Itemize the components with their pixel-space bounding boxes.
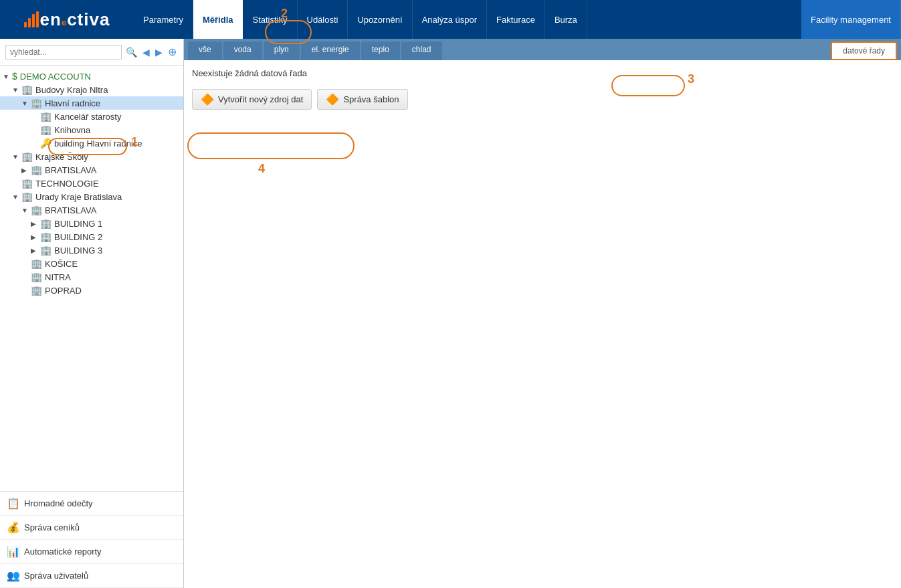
tab-teplo[interactable]: teplo [361, 41, 400, 60]
tree-item-building3[interactable]: ▶ 🏢 BUILDING 3 [0, 243, 183, 257]
logo-text: enectiva [40, 9, 110, 30]
label-bratislava2: BRATISLAVA [45, 205, 96, 215]
tree-item-budovy[interactable]: ▼ 🏢 Budovy Krajo Nltra [0, 83, 183, 96]
vytvorit-icon: 🔶 [201, 93, 214, 106]
icon-bratislava2: 🏢 [31, 205, 42, 215]
add-icon[interactable]: ⊕ [167, 44, 178, 60]
icon-knihovna: 🏢 [40, 124, 52, 135]
icon-poprad: 🏢 [31, 285, 42, 296]
bar3 [32, 14, 35, 27]
search-input[interactable] [5, 45, 122, 60]
tree-item-building-hlavni[interactable]: 🔑 building Hlavní radnice [0, 136, 183, 150]
main-layout: 🔍 ◀ ▶ ⊕ ▼ $ DEMO ACCOUTN ▼ 🏢 Budovy Kraj… [0, 39, 901, 588]
label-nitra: NITRA [45, 272, 71, 282]
content-main: Neexistuje žádná datová řada 🔶 Vytvořit … [184, 60, 901, 588]
tree-item-urady[interactable]: ▼ 🏢 Urady Kraje Bratislava [0, 190, 183, 203]
tree-item-kosice[interactable]: 🏢 KOŠICE [0, 257, 183, 270]
label-kancelar: Kancelář starosty [54, 112, 121, 122]
tab-vse[interactable]: vše [188, 41, 222, 60]
icon-building2: 🏢 [40, 231, 52, 242]
arrow-demo: ▼ [3, 73, 12, 80]
tab-voda[interactable]: voda [223, 41, 262, 60]
icon-building3: 🏢 [40, 245, 52, 256]
tree-item-bratislava2[interactable]: ▼ 🏢 BRATISLAVA [0, 203, 183, 217]
tab-chlad[interactable]: chlad [401, 41, 442, 60]
icon-bratislava1: 🏢 [31, 165, 42, 175]
sprava-button[interactable]: 🔶 Správa šablon [317, 89, 407, 110]
content-area: vše voda plyn el. energie teplo chlad da… [184, 39, 901, 588]
icon-krajske: 🏢 [21, 151, 33, 162]
sidebar-cenik[interactable]: 💰 Správa ceníků [0, 516, 183, 540]
icon-hlavni: 🏢 [31, 98, 42, 108]
tab-el-energie[interactable]: el. energie [301, 41, 360, 60]
nav-meridla[interactable]: Měřidla [193, 0, 243, 39]
icon-technologie: 🏢 [21, 178, 33, 189]
tree-item-demo[interactable]: ▼ $ DEMO ACCOUTN [0, 70, 183, 83]
label-building3: BUILDING 3 [54, 246, 102, 256]
tree-item-building1[interactable]: ▶ 🏢 BUILDING 1 [0, 217, 183, 230]
tree-item-nitra[interactable]: 🏢 NITRA [0, 270, 183, 284]
vytvorit-button[interactable]: 🔶 Vytvořit nový zdroj dat [192, 89, 312, 110]
icon-demo: $ [12, 71, 17, 82]
sidebar-hromadne[interactable]: 📋 Hromadné odečty [0, 492, 183, 516]
label-technologie: TECHNOLOGIE [35, 179, 99, 189]
nav-facility[interactable]: Facility management [801, 0, 901, 39]
label-poprad: POPRAD [45, 286, 82, 296]
arrow-budovy: ▼ [12, 86, 21, 94]
nav-statistiky[interactable]: Statistiky [243, 0, 297, 39]
sidebar: 🔍 ◀ ▶ ⊕ ▼ $ DEMO ACCOUTN ▼ 🏢 Budovy Kraj… [0, 39, 184, 588]
arrow-bratislava1: ▶ [21, 167, 31, 174]
nav-burza[interactable]: Burza [545, 0, 587, 39]
label-knihovna: Knihovna [54, 125, 90, 135]
nav-fakturace[interactable]: Fakturace [487, 0, 545, 39]
label-budovy: Budovy Krajo Nltra [35, 85, 108, 95]
logo: enectiva [24, 9, 110, 30]
label-hlavni: Hlavní radnice [45, 98, 100, 108]
bar4 [36, 11, 39, 27]
arrow-urady: ▼ [12, 193, 21, 201]
header: enectiva Parametry Měřidla Statistiky Ud… [0, 0, 901, 39]
uzivatele-icon: 👥 [7, 569, 20, 582]
label-building2: BUILDING 2 [54, 232, 102, 242]
nav-udalosti[interactable]: Události [298, 0, 348, 39]
tree-item-knihovna[interactable]: 🏢 Knihovna [0, 123, 183, 136]
icon-building1: 🏢 [40, 218, 52, 229]
tree-item-poprad[interactable]: 🏢 POPRAD [0, 284, 183, 297]
no-data-text: Neexistuje žádná datová řada [192, 68, 893, 78]
sidebar-uzivatele[interactable]: 👥 Správa uživatelů [0, 564, 183, 588]
icon-kancelar: 🏢 [40, 111, 52, 122]
reporty-icon: 📊 [7, 545, 20, 558]
nav-analyza[interactable]: Analýza úspor [413, 0, 487, 39]
tree-item-bratislava1[interactable]: ▶ 🏢 BRATISLAVA [0, 163, 183, 177]
uzivatele-label: Správa uživatelů [24, 571, 88, 581]
arrow-krajske: ▼ [12, 153, 21, 161]
label-building1: BUILDING 1 [54, 219, 102, 229]
reporty-label: Automatické reporty [24, 547, 102, 557]
sidebar-reporty[interactable]: 📊 Automatické reporty [0, 540, 183, 564]
action-buttons: 🔶 Vytvořit nový zdroj dat 🔶 Správa šablo… [192, 89, 893, 110]
nav-prev-icon[interactable]: ◀ [141, 45, 151, 59]
tree-area: ▼ $ DEMO ACCOUTN ▼ 🏢 Budovy Krajo Nltra … [0, 66, 183, 491]
icon-urady: 🏢 [21, 191, 33, 202]
tree-item-building2[interactable]: ▶ 🏢 BUILDING 2 [0, 230, 183, 243]
nav-upozorneni[interactable]: Upozornění [348, 0, 412, 39]
search-icon[interactable]: 🔍 [124, 45, 138, 59]
search-bar: 🔍 ◀ ▶ ⊕ [0, 39, 183, 66]
hromadne-label: Hromadné odečty [24, 498, 93, 508]
tab-datove-rady[interactable]: datové řady [831, 41, 897, 60]
tree-item-hlavni[interactable]: ▼ 🏢 Hlavní radnice [0, 96, 183, 110]
logo-area: enectiva [0, 9, 134, 30]
sprava-icon: 🔶 [326, 93, 339, 106]
icon-nitra: 🏢 [31, 272, 42, 282]
tree-item-krajske[interactable]: ▼ 🏢 Krajské Školy [0, 150, 183, 163]
nav-parametry[interactable]: Parametry [134, 0, 193, 39]
tree-item-technologie[interactable]: 🏢 TECHNOLOGIE [0, 177, 183, 190]
sidebar-bottom: 📋 Hromadné odečty 💰 Správa ceníků 📊 Auto… [0, 491, 183, 588]
tab-bar: vše voda plyn el. energie teplo chlad da… [184, 39, 901, 60]
arrow-hlavni: ▼ [21, 100, 31, 107]
arrow-bratislava2: ▼ [21, 207, 31, 214]
tree-item-kancelar[interactable]: 🏢 Kancelář starosty [0, 110, 183, 123]
tab-plyn[interactable]: plyn [264, 41, 300, 60]
icon-kosice: 🏢 [31, 258, 42, 269]
nav-next-icon[interactable]: ▶ [154, 45, 164, 59]
